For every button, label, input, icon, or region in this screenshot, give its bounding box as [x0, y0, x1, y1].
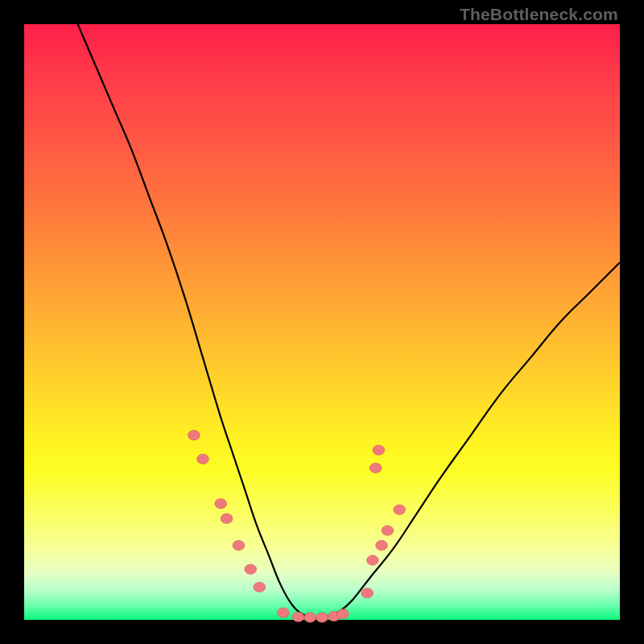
marker-dot — [373, 445, 385, 455]
watermark-text: TheBottleneck.com — [460, 5, 618, 24]
marker-dot — [382, 526, 394, 535]
marker-dot — [369, 463, 382, 473]
marker-dot — [245, 564, 257, 574]
marker-dot — [376, 540, 388, 550]
marker-dot — [233, 540, 245, 550]
marker-dot — [221, 514, 233, 523]
marker-dot — [254, 582, 266, 592]
marker-dot — [361, 588, 374, 598]
marker-dot — [304, 613, 316, 622]
marker-dot — [215, 499, 227, 509]
marker-dot — [292, 612, 304, 621]
bottleneck-curve-path — [78, 24, 620, 618]
marker-dot — [394, 505, 406, 514]
chart-frame: TheBottleneck.com — [0, 0, 644, 644]
curve-layer — [24, 24, 620, 620]
marker-dot — [278, 608, 290, 617]
marker-dot — [188, 430, 200, 440]
marker-dot — [197, 454, 209, 464]
plot-area — [24, 24, 620, 620]
marker-dot — [316, 613, 328, 622]
marker-dot — [337, 609, 349, 618]
sweet-spot-markers — [188, 430, 406, 622]
marker-dot — [367, 555, 379, 565]
